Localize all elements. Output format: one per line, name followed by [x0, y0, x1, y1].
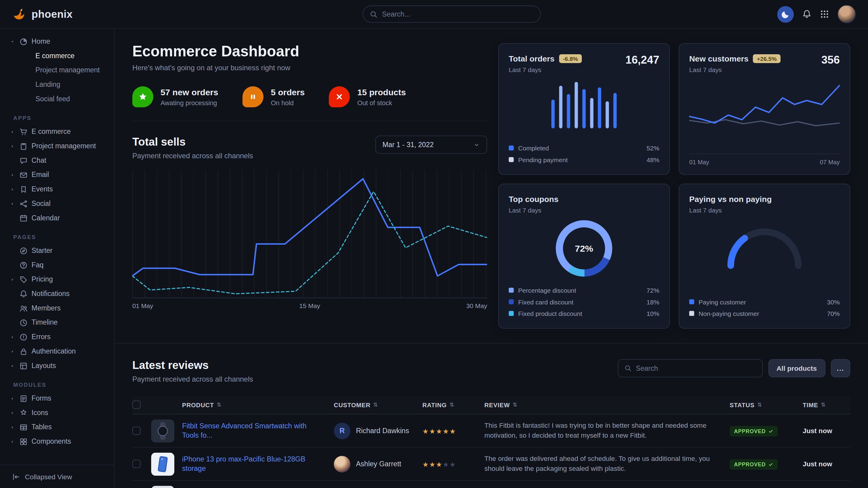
reviews-search[interactable]: [618, 359, 763, 378]
paying-vs-nonpaying-card: Paying vs non paying Last 7 days Paying …: [679, 184, 850, 329]
product-link[interactable]: Fitbit Sense Advanced Smartwatch with To…: [182, 421, 320, 440]
date-range-select[interactable]: Mar 1 - 31, 2022: [375, 136, 487, 154]
collapsed-view-toggle[interactable]: Collapsed View: [0, 465, 114, 488]
sidebar-item-calendar[interactable]: Calendar: [7, 211, 107, 225]
stat-subtitle: Awating processing: [160, 99, 218, 107]
caret-right-icon: [10, 172, 16, 177]
column-header-status[interactable]: STATUS⇅: [730, 401, 803, 408]
card-period: Last 7 days: [509, 207, 559, 214]
gauge-track: [731, 232, 798, 265]
tag-icon: [19, 275, 28, 284]
bar: [551, 99, 555, 128]
cart-icon: [19, 128, 28, 136]
product-image[interactable]: [151, 452, 174, 475]
series-current: [689, 85, 840, 123]
sidebar-item-social-feed[interactable]: Social feed: [7, 92, 107, 106]
sidebar-item-label: Starter: [32, 247, 53, 255]
column-header-time[interactable]: TIME⇅: [803, 401, 850, 408]
sidebar-item-email[interactable]: Email: [7, 168, 107, 182]
theme-toggle-button[interactable]: [777, 6, 794, 22]
column-header-review[interactable]: REVIEW⇅: [484, 401, 730, 408]
legend-swatch: [689, 299, 694, 304]
sidebar: HomeE commerceProject managementLandingS…: [0, 29, 115, 488]
reviews-search-input[interactable]: [636, 364, 756, 372]
product-image[interactable]: [151, 419, 174, 442]
sidebar-item-layouts[interactable]: Layouts: [7, 358, 107, 373]
caret-right-icon: [10, 201, 16, 206]
sidebar-item-icons[interactable]: Icons: [7, 405, 107, 420]
sidebar-item-errors[interactable]: Errors: [7, 330, 107, 344]
top-navbar: phoenix: [0, 0, 868, 29]
column-header-customer[interactable]: CUSTOMER⇅: [334, 401, 423, 408]
sidebar-item-landing[interactable]: Landing: [7, 77, 107, 92]
sidebar-item-timeline[interactable]: Timeline: [7, 315, 107, 330]
customer-name: Ashley Garrett: [356, 460, 401, 468]
sidebar-item-e-commerce[interactable]: E commerce: [7, 125, 107, 139]
calendar-icon: [19, 214, 28, 222]
sidebar-item-label: Home: [32, 38, 50, 45]
sidebar-item-tables[interactable]: Tables: [7, 420, 107, 434]
stat-subtitle: On hold: [271, 99, 305, 107]
sidebar-item-starter[interactable]: Starter: [7, 243, 107, 258]
sidebar-item-label: Errors: [32, 333, 51, 341]
sidebar-item-faq[interactable]: Faq: [7, 258, 107, 272]
sidebar-item-social[interactable]: Social: [7, 197, 107, 211]
apps-grid-button[interactable]: [820, 9, 829, 19]
x-tick: 01 May: [132, 303, 153, 309]
star-icon: ★: [443, 461, 449, 468]
sidebar-item-project-management[interactable]: Project management: [7, 139, 107, 154]
global-search[interactable]: [363, 5, 541, 23]
brand[interactable]: phoenix: [12, 7, 73, 22]
row-checkbox[interactable]: [132, 426, 141, 435]
sidebar-item-forms[interactable]: Forms: [7, 391, 107, 406]
legend-item: Fixed product discount10%: [509, 308, 659, 320]
sidebar-item-chat[interactable]: Chat: [7, 153, 107, 168]
legend-label: Paying customer: [699, 298, 746, 305]
column-header-rating[interactable]: RATING⇅: [422, 401, 484, 408]
all-products-button[interactable]: All products: [768, 359, 825, 378]
top-coupons-legend: Percentage discount72%Fixed card discoun…: [509, 284, 659, 319]
app-window: phoenix HomeE commerceProject management…: [0, 0, 868, 488]
series-current: [132, 179, 487, 276]
sidebar-item-home[interactable]: Home: [7, 34, 107, 49]
sidebar-nav: HomeE commerceProject managementLandingS…: [0, 34, 114, 465]
sidebar-item-e-commerce[interactable]: E commerce: [7, 49, 107, 63]
total-sells-title: Total sells: [132, 136, 253, 148]
legend-swatch: [509, 145, 514, 151]
sidebar-item-notifications[interactable]: Notifications: [7, 287, 107, 301]
paying-legend: Paying customer30%Non-paying customer70%: [689, 296, 840, 319]
stat-5-orders: 5 ordersOn hold: [243, 86, 305, 107]
total-orders-bar-chart: [509, 81, 659, 128]
product-link[interactable]: iPhone 13 pro max-Pacific Blue-128GB sto…: [182, 455, 320, 473]
check-icon: [769, 429, 774, 434]
notifications-button[interactable]: [802, 9, 812, 19]
sidebar-item-authentication[interactable]: Authentication: [7, 344, 107, 359]
select-all-checkbox[interactable]: [132, 400, 141, 409]
sidebar-item-components[interactable]: Components: [7, 434, 107, 449]
search-input[interactable]: [382, 10, 533, 19]
review-text: This Fitbit is fantastic! I was trying t…: [484, 421, 730, 441]
user-avatar[interactable]: [838, 5, 856, 24]
components-icon: [19, 437, 28, 446]
more-options-button[interactable]: ...: [831, 359, 850, 378]
column-header-product[interactable]: PRODUCT⇅: [151, 401, 334, 408]
brand-name: phoenix: [32, 8, 73, 20]
sidebar-item-project-management[interactable]: Project management: [7, 63, 107, 77]
sidebar-item-events[interactable]: Events: [7, 182, 107, 197]
latest-reviews-title: Latest reviews: [132, 359, 253, 372]
star-icon: ★: [436, 427, 442, 435]
customer-avatar[interactable]: R: [334, 422, 350, 439]
product-image[interactable]: [151, 486, 174, 488]
row-checkbox[interactable]: [132, 460, 141, 468]
star-icon: ★: [429, 427, 435, 435]
sidebar-section-label: MODULES: [10, 382, 104, 388]
x-tick: 07 May: [820, 159, 840, 165]
legend-item: Fixed card discount18%: [509, 296, 659, 308]
sidebar-item-members[interactable]: Members: [7, 301, 107, 315]
sidebar-item-pricing[interactable]: Pricing: [7, 272, 107, 287]
search-icon: [370, 10, 378, 18]
customer-avatar[interactable]: [334, 456, 350, 472]
mail-icon: [19, 171, 28, 179]
caret-right-icon: [10, 425, 16, 430]
sidebar-item-label: Social: [32, 200, 51, 208]
